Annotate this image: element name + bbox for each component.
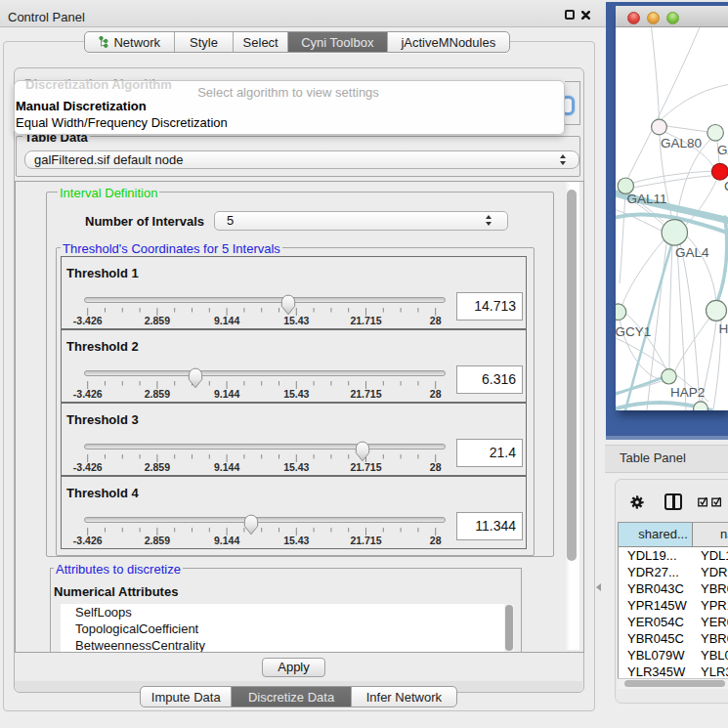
svg-text:GA: GA xyxy=(717,143,728,157)
svg-text:H: H xyxy=(719,321,728,336)
svg-text:GCY1: GCY1 xyxy=(616,324,651,339)
svg-text:HAP2: HAP2 xyxy=(670,385,705,400)
svg-text:C: C xyxy=(724,179,728,193)
svg-text:GAL4: GAL4 xyxy=(675,245,709,260)
svg-text:GAL80: GAL80 xyxy=(661,136,702,150)
svg-text:GAL11: GAL11 xyxy=(627,192,667,206)
